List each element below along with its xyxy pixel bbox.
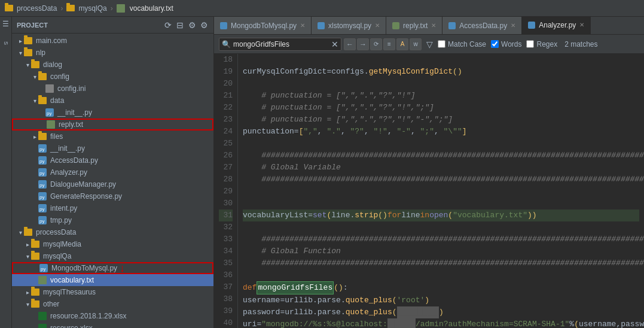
- structure-icon[interactable]: S: [1, 31, 11, 55]
- sidebar-item-init2[interactable]: py __init__.py: [12, 142, 213, 154]
- gear-icon[interactable]: ⚙: [199, 20, 209, 30]
- tab-close-xlstomysql[interactable]: ✕: [375, 22, 380, 29]
- file-icon-dialoguemanager: py: [38, 180, 47, 189]
- sidebar-item-init1[interactable]: py __init__.py: [12, 107, 213, 119]
- sidebar-item-replytxt[interactable]: reply.txt: [12, 119, 213, 130]
- tab-mongodbToMysql[interactable]: MongodbToMysql.py ✕: [214, 17, 312, 34]
- match-case-checkbox[interactable]: [438, 40, 445, 48]
- tab-accessData[interactable]: AccessData.py ✕: [442, 17, 522, 34]
- sidebar-item-intent[interactable]: py intent.py: [12, 202, 213, 214]
- sidebar-title: Project: [17, 22, 48, 29]
- code-line-38: username = urllib.parse.quote_plus('root…: [243, 294, 639, 306]
- label-replytxt: reply.txt: [59, 120, 83, 129]
- tab-analyzer[interactable]: Analyzer.py ✕: [522, 17, 591, 34]
- tab-close-reply[interactable]: ✕: [431, 22, 436, 29]
- sidebar-item-resource[interactable]: resource.xlsx: [12, 322, 213, 328]
- regex-option[interactable]: Regex: [526, 40, 557, 48]
- search-nav: ← → ⟳ ≡ A w: [344, 38, 422, 50]
- search-matches: 2 matches: [564, 40, 597, 48]
- search-input[interactable]: [233, 40, 329, 48]
- sidebar-item-mysqlqa[interactable]: mysqlQa: [12, 250, 213, 262]
- sidebar-item-config[interactable]: config: [12, 71, 213, 83]
- project-icon[interactable]: ☰: [1, 19, 11, 29]
- tree-arrow-mysqlmedia: [24, 241, 31, 248]
- code-line-20: [243, 78, 639, 90]
- svg-text:py: py: [39, 183, 44, 188]
- code-line-26: ########################################…: [243, 150, 639, 162]
- sync-icon[interactable]: ⟳: [163, 20, 173, 30]
- sidebar-item-dialog[interactable]: dialog: [12, 59, 213, 71]
- search-clear-icon[interactable]: ✕: [331, 40, 338, 49]
- filter-icon[interactable]: ▽: [426, 40, 433, 49]
- search-filter-btn[interactable]: ≡: [383, 38, 395, 50]
- search-refresh-btn[interactable]: ⟳: [370, 38, 382, 50]
- tab-close-accessData[interactable]: ✕: [511, 22, 515, 29]
- label-data: data: [50, 96, 64, 105]
- sidebar-item-mongodbtomysql[interactable]: py MongodbToMysql.py ↓: [12, 262, 213, 274]
- sidebar-item-dialoguemanager[interactable]: py DialogueManager.py: [12, 178, 213, 190]
- code-area[interactable]: 18 19 20 21 22 23 24 25 26 27 28 29 30 3…: [214, 54, 644, 328]
- label-mysqlmedia: mysqlMedia: [43, 240, 81, 248]
- file-icon-resource: [38, 324, 47, 328]
- sidebar-item-accessdata[interactable]: py AccessData.py: [12, 154, 213, 166]
- code-content[interactable]: curMysqlConfigDict = configs.getMysqlCon…: [238, 54, 644, 328]
- sidebar-item-mysqlthesaurus[interactable]: mysqlThesaurus: [12, 286, 213, 298]
- sidebar-item-resource2018[interactable]: resource.2018.1.29.xlsx: [12, 310, 213, 322]
- file-icon-init1: py: [45, 108, 54, 117]
- breadcrumb-sep1: ›: [60, 4, 63, 13]
- search-options: Match Case Words Regex: [438, 40, 557, 48]
- search-word-btn[interactable]: w: [410, 38, 422, 50]
- sidebar-item-data[interactable]: data: [12, 95, 213, 107]
- breadcrumb-folder-icon1: [5, 5, 13, 11]
- search-icon: 🔍: [222, 40, 231, 48]
- sidebar-item-maincom[interactable]: main.com: [12, 35, 213, 47]
- folder-icon-other: [31, 300, 39, 308]
- breadcrumb-part3: vocabulary.txt: [130, 4, 173, 13]
- regex-checkbox[interactable]: [526, 40, 534, 48]
- sidebar-item-other[interactable]: other: [12, 298, 213, 310]
- breadcrumb-file-icon: [117, 4, 125, 13]
- label-other: other: [43, 300, 59, 308]
- code-line-34: # Global Function: [243, 245, 639, 257]
- words-checkbox[interactable]: [491, 40, 499, 48]
- label-dialog: dialog: [43, 60, 62, 69]
- code-line-36: [243, 269, 639, 281]
- svg-text:py: py: [39, 218, 44, 224]
- code-line-35: ########################################…: [243, 257, 639, 269]
- label-resource: resource.xlsx: [50, 324, 93, 328]
- sidebar-tree: main.com nlp dialog: [12, 34, 213, 328]
- sidebar-item-mysqlmedia[interactable]: mysqlMedia: [12, 238, 213, 250]
- search-prev-btn[interactable]: ←: [344, 38, 356, 50]
- code-line-29: [243, 186, 639, 198]
- search-highlight-btn[interactable]: A: [396, 38, 408, 50]
- regex-label: Regex: [536, 40, 557, 48]
- file-icon-analyzer: py: [38, 168, 47, 177]
- label-tmp: tmp.py: [50, 216, 72, 224]
- label-generateresponse: GenerateResponse.py: [50, 192, 122, 201]
- label-configini: config.ini: [57, 84, 86, 93]
- search-next-btn[interactable]: →: [357, 38, 369, 50]
- sidebar-item-analyzer[interactable]: py Analyzer.py: [12, 166, 213, 178]
- editor-area: MongodbToMysql.py ✕ xlstomysql.py ✕ repl…: [214, 17, 644, 328]
- tree-arrow-dialog: [24, 62, 31, 68]
- sidebar-item-generateresponse[interactable]: py GenerateResponse.py: [12, 190, 213, 202]
- tab-reply[interactable]: reply.txt ✕: [386, 17, 442, 34]
- settings-icon[interactable]: ⚙: [187, 20, 197, 30]
- sidebar-item-files[interactable]: files: [12, 130, 213, 142]
- sidebar-item-tmp[interactable]: py tmp.py: [12, 214, 213, 226]
- sidebar-item-configini[interactable]: config.ini: [12, 83, 213, 95]
- tab-xlstomysql[interactable]: xlstomysql.py ✕: [312, 17, 386, 34]
- collapse-icon[interactable]: ⊟: [175, 20, 185, 30]
- words-option[interactable]: Words: [491, 40, 521, 48]
- sidebar-header: Project ⟳ ⊟ ⚙ ⚙: [12, 17, 213, 34]
- sidebar-item-vocabulary[interactable]: vocabulary.txt: [12, 274, 213, 286]
- sidebar-item-nlp[interactable]: nlp: [12, 47, 213, 59]
- tab-close-mongodbToMysql[interactable]: ✕: [300, 22, 305, 29]
- code-line-37: def mongoGridfsFiles():: [243, 281, 639, 294]
- match-case-option[interactable]: Match Case: [438, 40, 486, 48]
- tab-close-analyzer[interactable]: ✕: [579, 22, 584, 28]
- code-line-27: # Global Variable: [243, 162, 639, 174]
- main-content: ☰ S Project ⟳ ⊟ ⚙ ⚙ main.com: [0, 17, 644, 328]
- app-container: processData › mysqlQa › vocabulary.txt ☰…: [0, 0, 644, 328]
- sidebar-item-processdata[interactable]: processData: [12, 226, 213, 238]
